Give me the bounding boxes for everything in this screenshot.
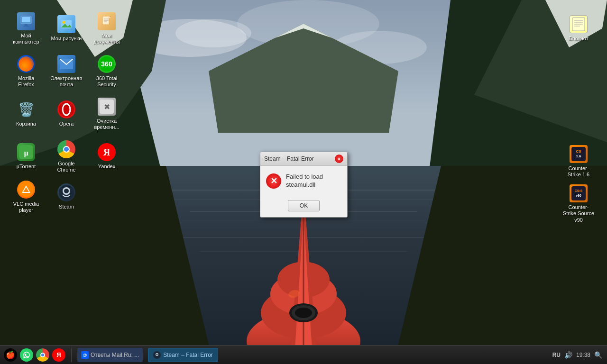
error-dialog-message: Failed to load steamui.dll xyxy=(286,173,341,189)
desktop-icon-my-documents[interactable]: Мои документы xyxy=(88,9,126,47)
svg-text:360: 360 xyxy=(101,60,112,68)
desktop-icon-360-security[interactable]: 360 360 Total Security xyxy=(88,52,126,90)
taskbar-left: 🍎 Я @ Ответы Mail.Ru: ... xyxy=(0,348,218,362)
desktop-icon-yandex[interactable]: Я Yandex xyxy=(88,137,126,175)
taskbar-chrome-icon[interactable] xyxy=(36,348,49,362)
desktop-icon-opera[interactable]: Opera xyxy=(47,95,85,133)
desktop-icon-trash[interactable]: 🗑️ Корзина xyxy=(7,95,45,133)
svg-point-75 xyxy=(156,354,158,355)
error-close-button[interactable]: × xyxy=(335,155,343,163)
error-dialog: Steam – Fatal Error × ✕ Failed to load s… xyxy=(260,152,348,218)
error-dialog-footer: OK xyxy=(260,196,347,217)
taskbar-steam-button[interactable]: Steam – Fatal Error xyxy=(148,348,218,362)
desktop-icon-my-pictures[interactable]: Мои рисунки xyxy=(47,9,85,47)
taskbar-language: RU xyxy=(552,352,561,358)
svg-rect-38 xyxy=(23,26,29,27)
desktop-icon-chrome[interactable]: Google Chrome xyxy=(47,137,85,175)
taskbar-whatsapp-icon[interactable] xyxy=(20,348,33,362)
taskbar-yandex-icon[interactable]: Я xyxy=(52,348,65,362)
error-dialog-title: Steam – Fatal Error xyxy=(264,155,314,162)
desktop: Мой компьютер Мои рисунки xyxy=(0,0,607,364)
svg-point-40 xyxy=(63,21,65,24)
desktop-icon-css[interactable]: CS:S v90 Counter-Strike Source v90 xyxy=(560,185,598,223)
svg-text:✖: ✖ xyxy=(104,103,110,111)
desktop-icon-cs16[interactable]: CS 1.6 Counter-Strike 1.6 xyxy=(560,142,598,180)
taskbar-divider xyxy=(71,348,72,362)
taskbar-search-icon[interactable]: 🔍 xyxy=(594,351,602,359)
taskbar-clock: 19:38 xyxy=(576,352,590,358)
desktop-icon-firefox[interactable]: Mozilla Firefox xyxy=(7,52,45,90)
desktop-icon-email[interactable]: Электронная почта xyxy=(47,52,85,90)
svg-text:1.6: 1.6 xyxy=(576,154,581,158)
taskbar-steam-label: Steam – Fatal Error xyxy=(163,352,213,358)
error-ok-button[interactable]: OK xyxy=(288,200,320,211)
taskbar-volume-icon[interactable]: 🔊 xyxy=(564,351,572,359)
svg-text:CS:S: CS:S xyxy=(575,189,583,192)
taskbar-mail-label: Ответы Mail.Ru: ... xyxy=(91,352,139,358)
svg-text:CS: CS xyxy=(576,149,581,154)
desktop-icon-cleaner[interactable]: ✖ Очистка временн... xyxy=(88,95,126,133)
desktop-icon-notepad[interactable]: Блокнот xyxy=(560,9,598,47)
svg-text:µ: µ xyxy=(24,149,28,157)
svg-point-62 xyxy=(64,189,69,193)
error-dialog-body: ✕ Failed to load steamui.dll xyxy=(260,166,347,196)
desktop-icon-utorrent[interactable]: µ µTorrent xyxy=(7,137,45,175)
svg-rect-36 xyxy=(22,17,30,22)
error-icon: ✕ xyxy=(266,173,281,189)
taskbar-apple-icon[interactable]: 🍎 xyxy=(4,348,17,362)
svg-rect-71 xyxy=(571,186,586,200)
svg-text:v90: v90 xyxy=(576,194,581,197)
taskbar-mail-button[interactable]: @ Ответы Mail.Ru: ... xyxy=(77,348,143,362)
desktop-icon-my-computer[interactable]: Мой компьютер xyxy=(7,9,45,47)
desktop-icon-vlc[interactable]: VLC media player xyxy=(7,178,45,216)
svg-rect-37 xyxy=(25,24,28,26)
desktop-icon-steam[interactable]: Steam xyxy=(47,178,85,216)
error-dialog-titlebar: Steam – Fatal Error × xyxy=(260,152,347,166)
taskbar: 🍎 Я @ Ответы Mail.Ru: ... xyxy=(0,345,607,364)
svg-point-32 xyxy=(295,308,312,318)
taskbar-right: RU 🔊 19:38 🔍 xyxy=(552,351,607,359)
